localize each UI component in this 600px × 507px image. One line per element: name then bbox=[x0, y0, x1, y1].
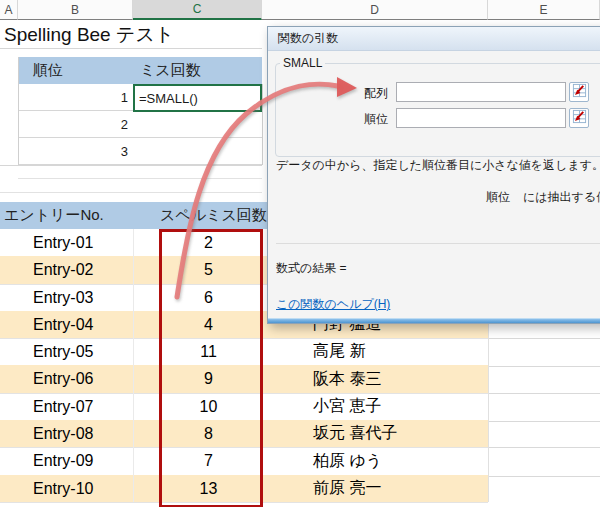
dialog-bottom-border bbox=[268, 318, 600, 323]
rank-cell-2[interactable]: 2 bbox=[18, 111, 133, 138]
function-arguments-dialog: 関数の引数 SMALL 配列 順位 bbox=[267, 26, 600, 324]
function-description: データの中から、指定した順位番目に小さな値を返します。 bbox=[276, 157, 600, 174]
function-name-label: SMALL bbox=[280, 56, 325, 70]
divider bbox=[276, 243, 600, 244]
active-formula-cell[interactable]: =SMALL() bbox=[133, 84, 262, 112]
name-cell[interactable]: 前原 亮一 bbox=[262, 475, 488, 502]
name-cell[interactable]: 阪本 泰三 bbox=[262, 365, 488, 393]
formula-result-label: 数式の結果 = bbox=[276, 260, 347, 277]
array-field-input[interactable] bbox=[396, 82, 566, 102]
name-cell[interactable]: 柏原 ゆう bbox=[262, 447, 488, 475]
dialog-body: SMALL 配列 順位 bbox=[268, 50, 600, 319]
rank-cell-3[interactable]: 3 bbox=[18, 138, 133, 165]
array-range-picker-button[interactable] bbox=[569, 82, 589, 102]
column-header-e[interactable]: E bbox=[488, 0, 600, 20]
entry-no-cell[interactable]: Entry-05 bbox=[0, 338, 133, 365]
entry-table-header-no[interactable]: エントリーNo. bbox=[0, 202, 133, 229]
function-help-link[interactable]: この関数のヘルプ(H) bbox=[276, 296, 390, 313]
array-field-label: 配列 bbox=[338, 85, 388, 102]
empty-cell-e[interactable] bbox=[488, 393, 600, 422]
dialog-title: 関数の引数 bbox=[278, 30, 338, 47]
rank-table-header-rank[interactable]: 順位 bbox=[18, 57, 133, 84]
rank-field-label: 順位 bbox=[338, 111, 388, 128]
sheet-title: Spelling Bee テスト bbox=[4, 22, 174, 48]
miss-cell-3[interactable] bbox=[133, 138, 262, 165]
miss-cell-2[interactable] bbox=[133, 112, 262, 138]
range-highlight-box bbox=[159, 229, 263, 507]
entry-no-cell[interactable]: Entry-07 bbox=[0, 393, 133, 420]
column-header-b[interactable]: B bbox=[18, 0, 133, 20]
name-cell[interactable]: 坂元 喜代子 bbox=[262, 420, 488, 447]
column-header-a[interactable]: A bbox=[0, 0, 18, 20]
entry-no-cell[interactable]: Entry-04 bbox=[0, 311, 133, 338]
range-picker-icon bbox=[572, 109, 587, 127]
entry-no-cell[interactable]: Entry-01 bbox=[0, 229, 133, 256]
rank-cell-1[interactable]: 1 bbox=[18, 84, 133, 111]
entry-no-cell[interactable]: Entry-10 bbox=[0, 475, 133, 502]
range-picker-icon bbox=[572, 83, 587, 101]
rank-field-input[interactable] bbox=[396, 108, 566, 128]
column-header-c[interactable]: C bbox=[133, 0, 262, 20]
hint-text: には抽出する値の小さい方 bbox=[523, 190, 600, 204]
column-header-d[interactable]: D bbox=[262, 0, 488, 20]
name-cell[interactable]: 小宮 恵子 bbox=[262, 393, 488, 420]
entry-no-cell[interactable]: Entry-03 bbox=[0, 284, 133, 311]
dialog-titlebar[interactable]: 関数の引数 bbox=[268, 27, 600, 51]
empty-cell-e[interactable] bbox=[488, 338, 600, 367]
empty-cell-e[interactable] bbox=[488, 447, 600, 477]
entry-no-cell[interactable]: Entry-09 bbox=[0, 447, 133, 475]
entry-no-cell[interactable]: Entry-02 bbox=[0, 256, 133, 284]
rank-table-header-miss[interactable]: ミス回数 bbox=[133, 57, 262, 84]
hint-param-name: 順位 bbox=[486, 190, 510, 204]
excel-worksheet: A B C D E Spelling Bee テスト 順位 ミス回数 1 =SM… bbox=[0, 0, 600, 507]
entry-no-cell[interactable]: Entry-06 bbox=[0, 365, 133, 393]
parameter-hint: 順位には抽出する値の小さい方 bbox=[486, 189, 600, 206]
entry-no-cell[interactable]: Entry-08 bbox=[0, 420, 133, 447]
rank-range-picker-button[interactable] bbox=[569, 108, 589, 128]
name-cell[interactable]: 高尾 新 bbox=[262, 338, 488, 365]
